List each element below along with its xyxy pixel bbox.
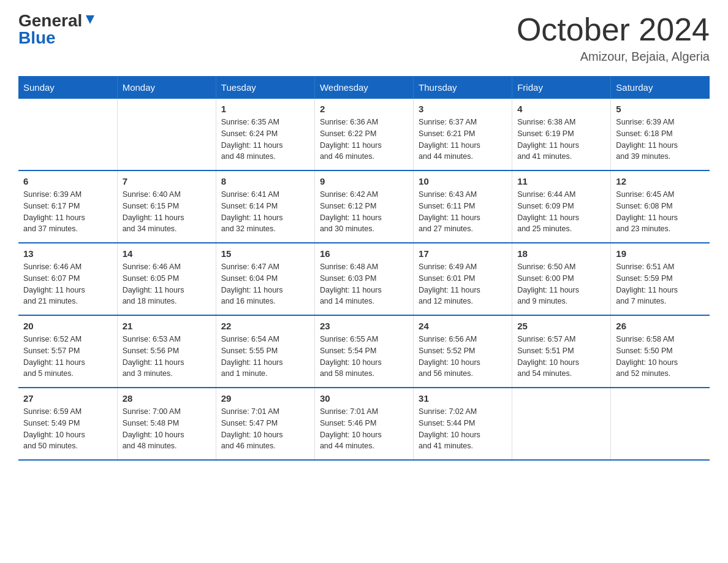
calendar-day-cell xyxy=(512,388,611,460)
header-sunday: Sunday xyxy=(18,76,117,99)
calendar-table: SundayMondayTuesdayWednesdayThursdayFrid… xyxy=(18,76,710,461)
day-number: 12 xyxy=(616,176,705,186)
header-tuesday: Tuesday xyxy=(216,76,314,99)
calendar-day-cell: 1Sunrise: 6:35 AMSunset: 6:24 PMDaylight… xyxy=(216,99,314,170)
day-number: 26 xyxy=(616,321,705,331)
day-info: Sunrise: 6:52 AMSunset: 5:57 PMDaylight:… xyxy=(23,334,112,380)
calendar-day-cell: 7Sunrise: 6:40 AMSunset: 6:15 PMDaylight… xyxy=(117,170,216,243)
calendar-day-cell: 21Sunrise: 6:53 AMSunset: 5:56 PMDayligh… xyxy=(117,315,216,388)
day-info: Sunrise: 6:51 AMSunset: 5:59 PMDaylight:… xyxy=(616,261,705,307)
calendar-day-cell xyxy=(18,99,117,170)
header-saturday: Saturday xyxy=(611,76,710,99)
day-number: 15 xyxy=(221,248,309,259)
page-title: October 2024 xyxy=(517,12,710,47)
day-info: Sunrise: 7:01 AMSunset: 5:46 PMDaylight:… xyxy=(320,406,408,452)
day-number: 5 xyxy=(616,104,705,114)
day-info: Sunrise: 6:48 AMSunset: 6:03 PMDaylight:… xyxy=(320,261,408,307)
day-info: Sunrise: 6:39 AMSunset: 6:18 PMDaylight:… xyxy=(616,117,705,163)
calendar-week-row: 13Sunrise: 6:46 AMSunset: 6:07 PMDayligh… xyxy=(18,243,710,315)
day-info: Sunrise: 6:46 AMSunset: 6:07 PMDaylight:… xyxy=(23,261,112,307)
day-number: 23 xyxy=(320,321,408,331)
page-subtitle: Amizour, Bejaia, Algeria xyxy=(517,50,710,64)
day-number: 29 xyxy=(221,393,309,404)
calendar-day-cell: 9Sunrise: 6:42 AMSunset: 6:12 PMDaylight… xyxy=(314,170,413,243)
day-info: Sunrise: 6:56 AMSunset: 5:52 PMDaylight:… xyxy=(419,334,507,380)
calendar-day-cell: 20Sunrise: 6:52 AMSunset: 5:57 PMDayligh… xyxy=(18,315,117,388)
day-number: 3 xyxy=(419,104,507,114)
day-number: 4 xyxy=(517,104,605,114)
header: General Blue October 2024 Amizour, Bejai… xyxy=(18,12,710,64)
day-number: 19 xyxy=(616,248,705,259)
calendar-day-cell: 16Sunrise: 6:48 AMSunset: 6:03 PMDayligh… xyxy=(314,243,413,315)
day-number: 8 xyxy=(221,176,309,186)
day-number: 2 xyxy=(320,104,408,114)
day-info: Sunrise: 6:40 AMSunset: 6:15 PMDaylight:… xyxy=(123,189,211,235)
calendar-day-cell: 27Sunrise: 6:59 AMSunset: 5:49 PMDayligh… xyxy=(18,388,117,460)
calendar-day-cell: 17Sunrise: 6:49 AMSunset: 6:01 PMDayligh… xyxy=(414,243,512,315)
calendar-day-cell: 10Sunrise: 6:43 AMSunset: 6:11 PMDayligh… xyxy=(414,170,512,243)
day-number: 13 xyxy=(23,248,112,259)
day-number: 21 xyxy=(123,321,211,331)
calendar-day-cell: 30Sunrise: 7:01 AMSunset: 5:46 PMDayligh… xyxy=(314,388,413,460)
calendar-day-cell: 5Sunrise: 6:39 AMSunset: 6:18 PMDaylight… xyxy=(611,99,710,170)
header-wednesday: Wednesday xyxy=(314,76,413,99)
calendar-week-row: 20Sunrise: 6:52 AMSunset: 5:57 PMDayligh… xyxy=(18,315,710,388)
title-area: October 2024 Amizour, Bejaia, Algeria xyxy=(517,12,710,64)
calendar-day-cell: 11Sunrise: 6:44 AMSunset: 6:09 PMDayligh… xyxy=(512,170,611,243)
day-info: Sunrise: 6:38 AMSunset: 6:19 PMDaylight:… xyxy=(517,117,605,163)
day-number: 9 xyxy=(320,176,408,186)
calendar-day-cell: 22Sunrise: 6:54 AMSunset: 5:55 PMDayligh… xyxy=(216,315,314,388)
day-info: Sunrise: 6:44 AMSunset: 6:09 PMDaylight:… xyxy=(517,189,605,235)
day-info: Sunrise: 6:47 AMSunset: 6:04 PMDaylight:… xyxy=(221,261,309,307)
header-monday: Monday xyxy=(117,76,216,99)
day-info: Sunrise: 7:02 AMSunset: 5:44 PMDaylight:… xyxy=(419,406,507,452)
day-number: 14 xyxy=(123,248,211,259)
header-friday: Friday xyxy=(512,76,611,99)
day-info: Sunrise: 7:01 AMSunset: 5:47 PMDaylight:… xyxy=(221,406,309,452)
day-info: Sunrise: 6:36 AMSunset: 6:22 PMDaylight:… xyxy=(320,117,408,163)
day-info: Sunrise: 6:55 AMSunset: 5:54 PMDaylight:… xyxy=(320,334,408,380)
day-info: Sunrise: 6:35 AMSunset: 6:24 PMDaylight:… xyxy=(221,117,309,163)
logo-blue-text: Blue xyxy=(18,29,56,47)
calendar-week-row: 1Sunrise: 6:35 AMSunset: 6:24 PMDaylight… xyxy=(18,99,710,170)
svg-marker-0 xyxy=(86,15,94,24)
day-number: 6 xyxy=(23,176,112,186)
calendar-day-cell: 6Sunrise: 6:39 AMSunset: 6:17 PMDaylight… xyxy=(18,170,117,243)
logo-triangle-icon xyxy=(83,13,97,26)
calendar-day-cell: 25Sunrise: 6:57 AMSunset: 5:51 PMDayligh… xyxy=(512,315,611,388)
calendar-day-cell: 3Sunrise: 6:37 AMSunset: 6:21 PMDaylight… xyxy=(414,99,512,170)
calendar-day-cell: 26Sunrise: 6:58 AMSunset: 5:50 PMDayligh… xyxy=(611,315,710,388)
calendar-day-cell xyxy=(611,388,710,460)
day-info: Sunrise: 6:50 AMSunset: 6:00 PMDaylight:… xyxy=(517,261,605,307)
day-info: Sunrise: 6:45 AMSunset: 6:08 PMDaylight:… xyxy=(616,189,705,235)
calendar-week-row: 6Sunrise: 6:39 AMSunset: 6:17 PMDaylight… xyxy=(18,170,710,243)
day-number: 18 xyxy=(517,248,605,259)
day-number: 24 xyxy=(419,321,507,331)
day-info: Sunrise: 6:57 AMSunset: 5:51 PMDaylight:… xyxy=(517,334,605,380)
day-number: 27 xyxy=(23,393,112,404)
calendar-day-cell: 15Sunrise: 6:47 AMSunset: 6:04 PMDayligh… xyxy=(216,243,314,315)
day-info: Sunrise: 6:59 AMSunset: 5:49 PMDaylight:… xyxy=(23,406,112,452)
day-info: Sunrise: 6:37 AMSunset: 6:21 PMDaylight:… xyxy=(419,117,507,163)
calendar-day-cell: 31Sunrise: 7:02 AMSunset: 5:44 PMDayligh… xyxy=(414,388,512,460)
calendar-day-cell: 2Sunrise: 6:36 AMSunset: 6:22 PMDaylight… xyxy=(314,99,413,170)
calendar-day-cell: 12Sunrise: 6:45 AMSunset: 6:08 PMDayligh… xyxy=(611,170,710,243)
logo: General Blue xyxy=(18,12,97,47)
calendar-day-cell: 8Sunrise: 6:41 AMSunset: 6:14 PMDaylight… xyxy=(216,170,314,243)
day-number: 28 xyxy=(123,393,211,404)
day-number: 22 xyxy=(221,321,309,331)
day-number: 11 xyxy=(517,176,605,186)
day-number: 16 xyxy=(320,248,408,259)
day-number: 17 xyxy=(419,248,507,259)
day-info: Sunrise: 6:43 AMSunset: 6:11 PMDaylight:… xyxy=(419,189,507,235)
day-number: 30 xyxy=(320,393,408,404)
day-number: 31 xyxy=(419,393,507,404)
day-number: 20 xyxy=(23,321,112,331)
day-info: Sunrise: 6:49 AMSunset: 6:01 PMDaylight:… xyxy=(419,261,507,307)
calendar-day-cell: 23Sunrise: 6:55 AMSunset: 5:54 PMDayligh… xyxy=(314,315,413,388)
calendar-day-cell: 4Sunrise: 6:38 AMSunset: 6:19 PMDaylight… xyxy=(512,99,611,170)
day-info: Sunrise: 6:54 AMSunset: 5:55 PMDaylight:… xyxy=(221,334,309,380)
calendar-day-cell: 18Sunrise: 6:50 AMSunset: 6:00 PMDayligh… xyxy=(512,243,611,315)
calendar-day-cell: 29Sunrise: 7:01 AMSunset: 5:47 PMDayligh… xyxy=(216,388,314,460)
day-info: Sunrise: 6:41 AMSunset: 6:14 PMDaylight:… xyxy=(221,189,309,235)
